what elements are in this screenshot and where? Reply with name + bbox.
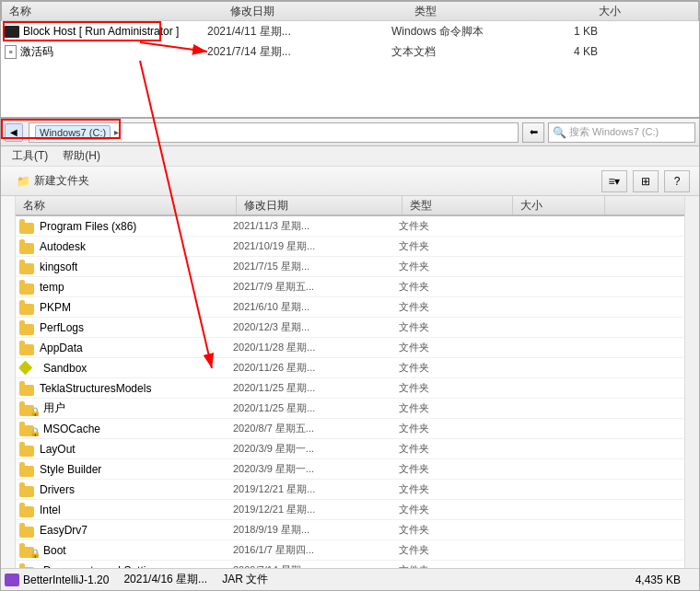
- list-file-row[interactable]: 🔒Documents and Settings2009/7/14 星期...文件…: [16, 561, 684, 568]
- list-file-name-cell: PKPM: [19, 300, 233, 315]
- top-col-headers: 名称 修改日期 类型 大小: [1, 1, 699, 21]
- toolbar-right: ≡▾ ⊞ ?: [601, 170, 692, 192]
- go-button[interactable]: ⬅: [522, 122, 544, 143]
- bottom-status-bar: BetterIntelliJ-1.20 2021/4/16 星期... JAR …: [1, 568, 699, 590]
- list-file-row[interactable]: temp2021/7/9 星期五...文件夹: [16, 277, 684, 297]
- list-file-type: 文件夹: [399, 239, 509, 253]
- list-file-name-cell: Program Files (x86): [19, 219, 233, 234]
- top-file-date: 2021/4/11 星期...: [207, 24, 391, 40]
- top-file-name-cell: Block Host [ Run Administrator ]: [5, 25, 207, 38]
- list-file-name: TeklaStructuresModels: [40, 382, 151, 395]
- search-box[interactable]: 🔍 搜索 Windows7 (C:): [548, 122, 695, 143]
- list-file-date: 2021/6/10 星期...: [233, 300, 399, 314]
- list-file-type: 文件夹: [399, 462, 509, 476]
- list-file-type: 文件夹: [399, 260, 509, 273]
- list-file-type: 文件夹: [399, 523, 509, 537]
- top-file-row[interactable]: Block Host [ Run Administrator ]2021/4/1…: [1, 21, 699, 41]
- menu-bar: 工具(T) 帮助(H): [1, 146, 699, 167]
- list-file-name: kingsoft: [40, 261, 77, 273]
- back-button[interactable]: ◀: [5, 123, 23, 142]
- list-file-name-cell: Intel: [19, 503, 233, 517]
- list-file-row[interactable]: Drivers2019/12/21 星期...文件夹: [16, 480, 684, 500]
- col-header-size[interactable]: 大小: [513, 196, 605, 214]
- new-folder-button[interactable]: 📁 新建文件夹: [8, 169, 98, 192]
- top-col-name[interactable]: 名称: [2, 4, 223, 19]
- list-file-name-cell: temp: [19, 280, 233, 295]
- list-file-row[interactable]: AppData2020/11/28 星期...文件夹: [16, 338, 684, 358]
- list-file-row[interactable]: TeklaStructuresModels2020/11/25 星期...文件夹: [16, 378, 684, 399]
- list-file-name-cell: 🔒Boot: [19, 543, 233, 558]
- list-file-type: 文件夹: [399, 401, 509, 415]
- list-file-row[interactable]: Intel2019/12/21 星期...文件夹: [16, 500, 684, 520]
- address-path[interactable]: Windows7 (C:) ▸: [29, 122, 519, 143]
- menu-tools[interactable]: 工具(T): [5, 146, 55, 166]
- list-file-name: Style Builder: [40, 463, 101, 476]
- list-file-date: 2020/12/3 星期...: [233, 320, 399, 334]
- list-file-date: 2020/11/26 星期...: [233, 361, 399, 375]
- top-file-date: 2021/7/14 星期...: [207, 44, 391, 60]
- list-file-type: 文件夹: [399, 422, 509, 435]
- list-file-type: 文件夹: [399, 543, 509, 557]
- help-button[interactable]: ?: [664, 170, 690, 192]
- list-file-row[interactable]: LayOut2020/3/9 星期一...文件夹: [16, 439, 684, 459]
- list-file-name: EasyDrv7: [40, 524, 88, 537]
- list-file-row[interactable]: PerfLogs2020/12/3 星期...文件夹: [16, 318, 684, 338]
- top-file-row[interactable]: ≡激活码2021/7/14 星期...文本文档4 KB: [1, 41, 699, 62]
- list-file-row[interactable]: 🔒MSOCache2020/8/7 星期五...文件夹: [16, 419, 684, 439]
- bottom-filename: BetterIntelliJ-1.20: [23, 574, 109, 586]
- bottom-size: 4,435 KB: [636, 574, 681, 586]
- list-file-date: 2018/9/19 星期...: [233, 523, 399, 537]
- list-file-date: 2020/3/9 星期一...: [233, 462, 399, 476]
- list-file-row[interactable]: PKPM2021/6/10 星期...文件夹: [16, 297, 684, 318]
- pane-button[interactable]: ⊞: [633, 170, 659, 192]
- list-file-date: 2021/7/15 星期...: [233, 260, 399, 273]
- top-file-type: 文本文档: [391, 44, 520, 60]
- file-list-headers: 名称 修改日期 类型 大小: [16, 196, 684, 216]
- list-file-name: Drivers: [40, 483, 75, 496]
- list-file-row[interactable]: Program Files (x86)2021/11/3 星期...文件夹: [16, 216, 684, 237]
- list-file-type: 文件夹: [399, 442, 509, 456]
- top-file-size: 1 KB: [520, 25, 612, 38]
- top-col-size[interactable]: 大小: [536, 4, 628, 19]
- new-folder-label: 新建文件夹: [34, 173, 89, 189]
- list-file-name: Boot: [43, 544, 66, 557]
- col-header-name[interactable]: 名称: [16, 196, 237, 214]
- list-file-name-cell: 🔒用户: [19, 400, 233, 416]
- list-file-date: 2019/12/21 星期...: [233, 503, 399, 516]
- list-file-date: 2020/11/25 星期...: [233, 381, 399, 395]
- top-col-type[interactable]: 类型: [407, 4, 536, 19]
- scrollbar-right[interactable]: [684, 196, 699, 568]
- list-file-row[interactable]: EasyDrv72018/9/19 星期...文件夹: [16, 520, 684, 540]
- list-file-name-cell: PerfLogs: [19, 320, 233, 335]
- top-file-name: Block Host [ Run Administrator ]: [23, 25, 179, 38]
- path-segment-windows7[interactable]: Windows7 (C:): [35, 125, 111, 140]
- col-header-date[interactable]: 修改日期: [237, 196, 402, 214]
- list-file-row[interactable]: 🔒Boot2016/1/7 星期四...文件夹: [16, 540, 684, 561]
- list-file-date: 2019/12/21 星期...: [233, 482, 399, 496]
- list-file-date: 2020/11/28 星期...: [233, 341, 399, 354]
- list-file-row[interactable]: Style Builder2020/3/9 星期一...文件夹: [16, 459, 684, 480]
- list-file-row[interactable]: kingsoft2021/7/15 星期...文件夹: [16, 257, 684, 277]
- col-header-type[interactable]: 类型: [402, 196, 513, 214]
- list-file-name: AppData: [40, 342, 83, 354]
- list-file-name-cell: LayOut: [19, 442, 233, 457]
- list-file-type: 文件夹: [399, 503, 509, 516]
- list-file-type: 文件夹: [399, 341, 509, 354]
- top-file-size: 4 KB: [520, 45, 612, 58]
- list-file-row[interactable]: Autodesk2021/10/19 星期...文件夹: [16, 237, 684, 257]
- top-col-date[interactable]: 修改日期: [223, 4, 407, 19]
- bottom-type: JAR 文件: [222, 572, 268, 587]
- list-file-type: 文件夹: [399, 482, 509, 496]
- main-file-list[interactable]: 名称 修改日期 类型 大小 Program Files (x86)2021/11…: [16, 196, 684, 568]
- list-file-name-cell: Sandbox: [19, 361, 233, 376]
- view-toggle-button[interactable]: ≡▾: [601, 170, 627, 192]
- list-file-name-cell: kingsoft: [19, 260, 233, 274]
- list-file-row[interactable]: Sandbox2020/11/26 星期...文件夹: [16, 358, 684, 378]
- list-file-name: LayOut: [40, 443, 76, 456]
- file-rows: Program Files (x86)2021/11/3 星期...文件夹Aut…: [16, 216, 684, 568]
- list-file-name: PerfLogs: [40, 321, 84, 334]
- toolbar: 📁 新建文件夹 ≡▾ ⊞ ?: [1, 167, 699, 196]
- list-file-row[interactable]: 🔒用户2020/11/25 星期...文件夹: [16, 399, 684, 419]
- list-file-name: Intel: [40, 504, 61, 516]
- menu-help[interactable]: 帮助(H): [55, 146, 108, 166]
